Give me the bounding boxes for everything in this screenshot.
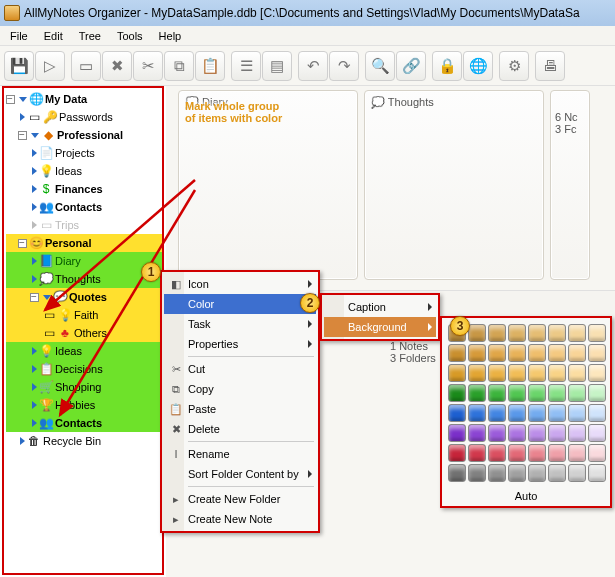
color-swatch[interactable] [548, 364, 566, 382]
menu-edit[interactable]: Edit [36, 28, 71, 44]
color-swatch[interactable] [448, 364, 466, 382]
print-button[interactable]: 🖶 [535, 51, 565, 81]
ctx-new-note[interactable]: ▸Create New Note [164, 509, 316, 529]
color-swatch[interactable] [508, 324, 526, 342]
color-swatch[interactable] [508, 384, 526, 402]
color-swatch[interactable] [508, 344, 526, 362]
copy-button[interactable]: ⧉ [164, 51, 194, 81]
color-swatch[interactable] [468, 364, 486, 382]
ctx-sort[interactable]: Sort Folder Content by [164, 464, 316, 484]
tree-professional[interactable]: ◆Professional [6, 126, 162, 144]
color-swatch[interactable] [588, 404, 606, 422]
color-swatch[interactable] [528, 424, 546, 442]
search-button[interactable]: 🔍 [365, 51, 395, 81]
tree-others[interactable]: ▭♣Others [6, 324, 162, 342]
color-swatch[interactable] [528, 364, 546, 382]
color-swatch[interactable] [448, 404, 466, 422]
palette-auto[interactable]: Auto [444, 486, 608, 504]
color-swatch[interactable] [488, 424, 506, 442]
undo-button[interactable]: ↶ [298, 51, 328, 81]
color-swatch[interactable] [548, 344, 566, 362]
color-swatch[interactable] [568, 324, 586, 342]
ctx-delete[interactable]: ✖Delete [164, 419, 316, 439]
tree-finances[interactable]: $Finances [6, 180, 162, 198]
tree-ideas[interactable]: 💡Ideas [6, 162, 162, 180]
tree-projects[interactable]: 📄Projects [6, 144, 162, 162]
ctx-icon[interactable]: ◧Icon [164, 274, 316, 294]
color-swatch[interactable] [488, 464, 506, 482]
cut-button[interactable]: ✂ [133, 51, 163, 81]
color-swatch[interactable] [488, 344, 506, 362]
tree-shopping[interactable]: 🛒Shopping [6, 378, 162, 396]
tree-recycle[interactable]: 🗑Recycle Bin [6, 432, 162, 450]
tree-ideas2[interactable]: 💡Ideas [6, 342, 162, 360]
ctx-copy[interactable]: ⧉Copy [164, 379, 316, 399]
color-swatch[interactable] [568, 444, 586, 462]
color-swatch[interactable] [488, 384, 506, 402]
tree-contacts[interactable]: 👥Contacts [6, 198, 162, 216]
color-swatch[interactable] [528, 324, 546, 342]
color-swatch[interactable] [468, 384, 486, 402]
save-button[interactable]: 💾 [4, 51, 34, 81]
paste-button[interactable]: 📋 [195, 51, 225, 81]
card-diary[interactable]: 💭 Diary [178, 90, 358, 280]
color-swatch[interactable] [448, 344, 466, 362]
menu-help[interactable]: Help [151, 28, 190, 44]
color-swatch[interactable] [588, 424, 606, 442]
color-swatch[interactable] [548, 404, 566, 422]
color-background[interactable]: Background [324, 317, 436, 337]
tree-trips[interactable]: ▭Trips [6, 216, 162, 234]
color-swatch[interactable] [548, 464, 566, 482]
color-swatch[interactable] [468, 324, 486, 342]
color-swatch[interactable] [588, 344, 606, 362]
tree-root[interactable]: 🌐My Data [6, 90, 162, 108]
delete-button[interactable]: ✖ [102, 51, 132, 81]
color-swatch[interactable] [528, 444, 546, 462]
new-note-button[interactable]: ▭ [71, 51, 101, 81]
color-caption[interactable]: Caption [324, 297, 436, 317]
tree-thoughts[interactable]: 💭Thoughts [6, 270, 162, 288]
color-swatch[interactable] [528, 384, 546, 402]
color-swatch[interactable] [568, 404, 586, 422]
color-swatch[interactable] [528, 344, 546, 362]
tree-faith[interactable]: ▭💡Faith [6, 306, 162, 324]
lock-button[interactable]: 🔒 [432, 51, 462, 81]
globe-button[interactable]: 🌐 [463, 51, 493, 81]
ctx-properties[interactable]: Properties [164, 334, 316, 354]
link-button[interactable]: 🔗 [396, 51, 426, 81]
tree-hobbies[interactable]: 🏆Hobbies [6, 396, 162, 414]
color-swatch[interactable] [508, 424, 526, 442]
color-swatch[interactable] [588, 324, 606, 342]
tree-decisions[interactable]: 📋Decisions [6, 360, 162, 378]
card-thoughts[interactable]: 💭 Thoughts [364, 90, 544, 280]
color-swatch[interactable] [528, 404, 546, 422]
color-swatch[interactable] [508, 404, 526, 422]
color-swatch[interactable] [568, 384, 586, 402]
color-swatch[interactable] [548, 424, 566, 442]
tree-passwords[interactable]: ▭🔑Passwords [6, 108, 162, 126]
color-swatch[interactable] [488, 404, 506, 422]
color-swatch[interactable] [568, 424, 586, 442]
color-swatch[interactable] [588, 384, 606, 402]
color-swatch[interactable] [488, 364, 506, 382]
ctx-task[interactable]: Task [164, 314, 316, 334]
color-swatch[interactable] [588, 364, 606, 382]
color-swatch[interactable] [468, 444, 486, 462]
ctx-new-folder[interactable]: ▸Create New Folder [164, 489, 316, 509]
play-button[interactable]: ▷ [35, 51, 65, 81]
color-swatch[interactable] [508, 464, 526, 482]
color-swatch[interactable] [508, 364, 526, 382]
list-button[interactable]: ☰ [231, 51, 261, 81]
tree-contacts2[interactable]: 👥Contacts [6, 414, 162, 432]
color-swatch[interactable] [528, 464, 546, 482]
color-swatch[interactable] [588, 464, 606, 482]
color-swatch[interactable] [568, 364, 586, 382]
tree-diary[interactable]: 📘Diary [6, 252, 162, 270]
color-swatch[interactable] [468, 464, 486, 482]
tree-button[interactable]: ▤ [262, 51, 292, 81]
settings-button[interactable]: ⚙ [499, 51, 529, 81]
color-swatch[interactable] [468, 344, 486, 362]
ctx-cut[interactable]: ✂Cut [164, 359, 316, 379]
menu-tools[interactable]: Tools [109, 28, 151, 44]
ctx-paste[interactable]: 📋Paste [164, 399, 316, 419]
